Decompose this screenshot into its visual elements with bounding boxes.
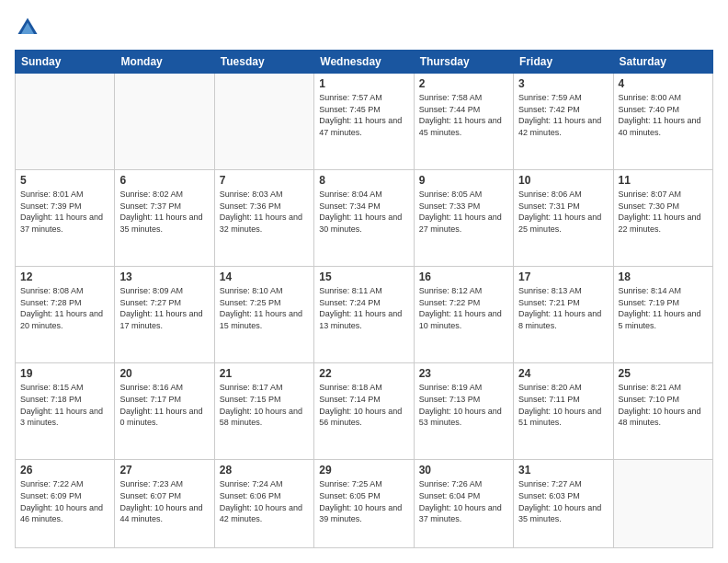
calendar-cell: 9Sunrise: 8:05 AMSunset: 7:33 PMDaylight… (414, 170, 513, 267)
calendar-cell (115, 74, 214, 170)
weekday-header-friday: Friday (514, 51, 613, 74)
day-info: Sunrise: 7:59 AMSunset: 7:42 PMDaylight:… (518, 92, 608, 138)
calendar-cell: 19Sunrise: 8:15 AMSunset: 7:18 PMDayligh… (16, 363, 115, 460)
calendar-cell: 25Sunrise: 8:21 AMSunset: 7:10 PMDayligh… (613, 363, 712, 460)
day-number: 24 (518, 367, 608, 380)
weekday-header-wednesday: Wednesday (314, 51, 414, 74)
day-info: Sunrise: 8:01 AMSunset: 7:39 PMDaylight:… (20, 189, 109, 235)
calendar-cell: 17Sunrise: 8:13 AMSunset: 7:21 PMDayligh… (514, 267, 613, 363)
day-number: 23 (419, 367, 508, 380)
day-info: Sunrise: 8:07 AMSunset: 7:30 PMDaylight:… (619, 189, 708, 235)
calendar-cell (16, 74, 115, 170)
calendar-cell: 18Sunrise: 8:14 AMSunset: 7:19 PMDayligh… (613, 267, 712, 363)
day-info: Sunrise: 8:21 AMSunset: 7:10 PMDaylight:… (619, 382, 708, 428)
calendar-cell: 26Sunrise: 7:22 AMSunset: 6:09 PMDayligh… (16, 460, 115, 548)
day-number: 15 (319, 270, 408, 283)
calendar-cell: 2Sunrise: 7:58 AMSunset: 7:44 PMDaylight… (414, 74, 513, 170)
calendar-cell: 7Sunrise: 8:03 AMSunset: 7:36 PMDaylight… (214, 170, 313, 267)
day-info: Sunrise: 8:12 AMSunset: 7:22 PMDaylight:… (419, 285, 508, 331)
calendar-cell: 22Sunrise: 8:18 AMSunset: 7:14 PMDayligh… (314, 363, 414, 460)
calendar-cell: 16Sunrise: 8:12 AMSunset: 7:22 PMDayligh… (414, 267, 513, 363)
calendar-cell: 31Sunrise: 7:27 AMSunset: 6:03 PMDayligh… (514, 460, 613, 548)
day-number: 13 (119, 270, 209, 283)
day-info: Sunrise: 8:13 AMSunset: 7:21 PMDaylight:… (518, 285, 608, 331)
calendar-cell: 11Sunrise: 8:07 AMSunset: 7:30 PMDayligh… (613, 170, 712, 267)
calendar-cell: 27Sunrise: 7:23 AMSunset: 6:07 PMDayligh… (115, 460, 214, 548)
day-number: 8 (319, 174, 408, 187)
weekday-header-saturday: Saturday (613, 51, 712, 74)
calendar-cell: 1Sunrise: 7:57 AMSunset: 7:45 PMDaylight… (314, 74, 414, 170)
day-number: 7 (220, 174, 309, 187)
day-info: Sunrise: 7:22 AMSunset: 6:09 PMDaylight:… (20, 478, 109, 524)
day-number: 16 (419, 270, 508, 283)
calendar-cell: 3Sunrise: 7:59 AMSunset: 7:42 PMDaylight… (514, 74, 613, 170)
week-row-3: 19Sunrise: 8:15 AMSunset: 7:18 PMDayligh… (16, 363, 713, 460)
calendar-cell: 12Sunrise: 8:08 AMSunset: 7:28 PMDayligh… (16, 267, 115, 363)
calendar-cell (214, 74, 313, 170)
day-info: Sunrise: 8:00 AMSunset: 7:40 PMDaylight:… (619, 92, 708, 138)
calendar-table: SundayMondayTuesdayWednesdayThursdayFrid… (15, 50, 713, 548)
day-info: Sunrise: 8:08 AMSunset: 7:28 PMDaylight:… (20, 285, 109, 331)
day-info: Sunrise: 8:11 AMSunset: 7:24 PMDaylight:… (319, 285, 408, 331)
day-info: Sunrise: 8:10 AMSunset: 7:25 PMDaylight:… (220, 285, 309, 331)
day-number: 31 (518, 464, 608, 477)
calendar-cell: 20Sunrise: 8:16 AMSunset: 7:17 PMDayligh… (115, 363, 214, 460)
day-number: 3 (518, 77, 608, 90)
day-info: Sunrise: 8:20 AMSunset: 7:11 PMDaylight:… (518, 382, 608, 428)
calendar-cell: 15Sunrise: 8:11 AMSunset: 7:24 PMDayligh… (314, 267, 414, 363)
calendar-cell: 10Sunrise: 8:06 AMSunset: 7:31 PMDayligh… (514, 170, 613, 267)
day-info: Sunrise: 8:15 AMSunset: 7:18 PMDaylight:… (20, 382, 109, 428)
day-number: 20 (119, 367, 209, 380)
day-number: 30 (419, 464, 508, 477)
day-number: 14 (220, 270, 309, 283)
day-info: Sunrise: 8:16 AMSunset: 7:17 PMDaylight:… (119, 382, 209, 428)
calendar-cell: 28Sunrise: 7:24 AMSunset: 6:06 PMDayligh… (214, 460, 313, 548)
day-info: Sunrise: 7:24 AMSunset: 6:06 PMDaylight:… (220, 478, 309, 524)
week-row-0: 1Sunrise: 7:57 AMSunset: 7:45 PMDaylight… (16, 74, 713, 170)
calendar-cell: 6Sunrise: 8:02 AMSunset: 7:37 PMDaylight… (115, 170, 214, 267)
week-row-2: 12Sunrise: 8:08 AMSunset: 7:28 PMDayligh… (16, 267, 713, 363)
day-info: Sunrise: 8:19 AMSunset: 7:13 PMDaylight:… (419, 382, 508, 428)
weekday-header-monday: Monday (115, 51, 214, 74)
day-number: 4 (619, 77, 708, 90)
calendar-cell (613, 460, 712, 548)
day-number: 1 (319, 77, 408, 90)
day-number: 21 (220, 367, 309, 380)
week-row-1: 5Sunrise: 8:01 AMSunset: 7:39 PMDaylight… (16, 170, 713, 267)
day-info: Sunrise: 8:05 AMSunset: 7:33 PMDaylight:… (419, 189, 508, 235)
day-info: Sunrise: 8:03 AMSunset: 7:36 PMDaylight:… (220, 189, 309, 235)
day-info: Sunrise: 7:25 AMSunset: 6:05 PMDaylight:… (319, 478, 408, 524)
day-info: Sunrise: 8:09 AMSunset: 7:27 PMDaylight:… (119, 285, 209, 331)
day-number: 27 (119, 464, 209, 477)
day-info: Sunrise: 7:26 AMSunset: 6:04 PMDaylight:… (419, 478, 508, 524)
day-number: 6 (119, 174, 209, 187)
day-info: Sunrise: 8:14 AMSunset: 7:19 PMDaylight:… (619, 285, 708, 331)
calendar-cell: 24Sunrise: 8:20 AMSunset: 7:11 PMDayligh… (514, 363, 613, 460)
day-info: Sunrise: 7:23 AMSunset: 6:07 PMDaylight:… (119, 478, 209, 524)
logo-icon (15, 15, 40, 40)
day-info: Sunrise: 8:02 AMSunset: 7:37 PMDaylight:… (119, 189, 209, 235)
calendar-cell: 29Sunrise: 7:25 AMSunset: 6:05 PMDayligh… (314, 460, 414, 548)
week-row-4: 26Sunrise: 7:22 AMSunset: 6:09 PMDayligh… (16, 460, 713, 548)
day-number: 26 (20, 464, 109, 477)
day-number: 22 (319, 367, 408, 380)
day-number: 19 (20, 367, 109, 380)
day-number: 17 (518, 270, 608, 283)
day-info: Sunrise: 8:04 AMSunset: 7:34 PMDaylight:… (319, 189, 408, 235)
day-number: 29 (319, 464, 408, 477)
day-number: 9 (419, 174, 508, 187)
day-number: 28 (220, 464, 309, 477)
day-number: 11 (619, 174, 708, 187)
day-number: 12 (20, 270, 109, 283)
calendar-cell: 14Sunrise: 8:10 AMSunset: 7:25 PMDayligh… (214, 267, 313, 363)
day-number: 2 (419, 77, 508, 90)
day-number: 5 (20, 174, 109, 187)
day-info: Sunrise: 7:57 AMSunset: 7:45 PMDaylight:… (319, 92, 408, 138)
day-info: Sunrise: 8:18 AMSunset: 7:14 PMDaylight:… (319, 382, 408, 428)
day-number: 10 (518, 174, 608, 187)
weekday-header-sunday: Sunday (16, 51, 115, 74)
calendar-cell: 4Sunrise: 8:00 AMSunset: 7:40 PMDaylight… (613, 74, 712, 170)
day-number: 18 (619, 270, 708, 283)
day-info: Sunrise: 8:06 AMSunset: 7:31 PMDaylight:… (518, 189, 608, 235)
weekday-header-thursday: Thursday (414, 51, 513, 74)
